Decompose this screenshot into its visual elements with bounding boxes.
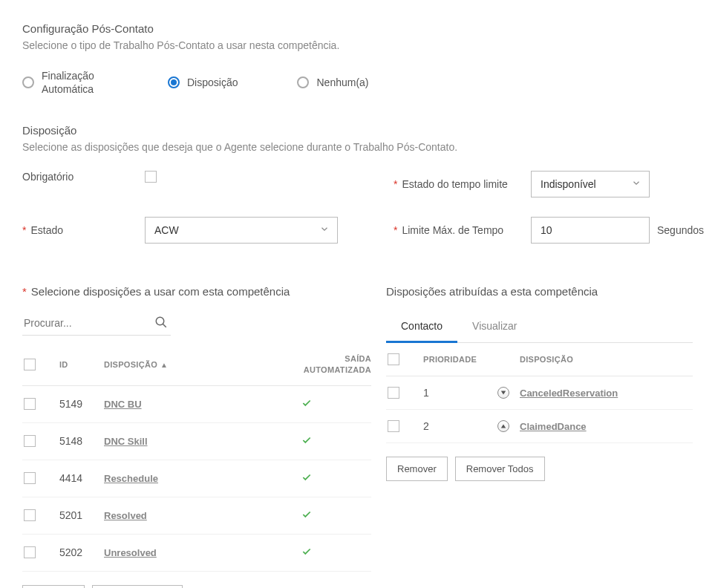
tab-preview[interactable]: Visualizar [457, 311, 532, 342]
radio-auto-label[interactable]: Finalização Automática [42, 69, 108, 96]
add-all-button[interactable]: Adicionar Todos [92, 585, 183, 588]
max-time-label: *Limite Máx. de Tempo [394, 224, 531, 236]
assigned-table-head: PRIORIDADE DISPOSIÇÃO [386, 343, 693, 376]
radio-disposition-label[interactable]: Disposição [187, 76, 238, 89]
radio-none[interactable] [297, 76, 309, 88]
select-all-assigned-checkbox[interactable] [388, 353, 399, 365]
svg-marker-3 [501, 425, 506, 428]
row-disposition-link[interactable]: DNC BU [104, 399, 288, 410]
row-checkbox[interactable] [388, 420, 399, 432]
row-id: 5148 [59, 435, 104, 447]
timeout-state-label: *Estado do tempo limite [394, 178, 531, 190]
post-contact-desc: Selecione o tipo de Trabalho Pós-Contato… [22, 39, 693, 51]
radio-disposition[interactable] [168, 76, 180, 88]
available-row: 5148 DNC Skill [22, 423, 371, 460]
svg-point-0 [156, 318, 164, 326]
select-all-available-checkbox[interactable] [24, 359, 36, 370]
remove-all-button[interactable]: Remover Todos [455, 457, 545, 481]
chevron-down-icon [631, 178, 641, 191]
row-disposition-link[interactable]: ClaimedDance [520, 421, 693, 432]
row-disposition-link[interactable]: Unresolved [104, 547, 288, 558]
search-input[interactable] [22, 311, 171, 336]
move-up-icon[interactable] [497, 420, 509, 432]
add-button[interactable]: Adicionar [22, 585, 85, 588]
th-id[interactable]: ID [59, 360, 104, 369]
sort-indicator-icon: ▲ [160, 361, 168, 369]
row-checkbox[interactable] [24, 509, 36, 521]
assigned-row: 1 CanceledReservation [386, 376, 693, 410]
seconds-suffix: Segundos [657, 224, 704, 236]
th-auto-exit[interactable]: SAÍDA AUTOMATIZADA [288, 353, 371, 375]
available-row: 5201 Resolved [22, 497, 371, 535]
check-icon [301, 473, 312, 485]
row-auto-exit [288, 472, 371, 485]
row-disposition-link[interactable]: Resolved [104, 510, 288, 521]
assigned-tabs: Contacto Visualizar [386, 311, 693, 343]
move-down-icon[interactable] [497, 387, 509, 399]
chevron-down-icon [319, 224, 330, 237]
row-id: 5201 [59, 509, 104, 521]
search-icon[interactable] [154, 316, 168, 331]
post-contact-title: Configuração Pós-Contato [22, 22, 693, 35]
post-contact-radio-row: Finalização Automática Disposição Nenhum… [22, 69, 693, 96]
th-assigned-disposition[interactable]: DISPOSIÇÃO [520, 355, 693, 364]
row-auto-exit [288, 435, 371, 448]
row-checkbox[interactable] [24, 546, 36, 558]
row-disposition-link[interactable]: CanceledReservation [520, 388, 693, 399]
remove-button[interactable]: Remover [386, 457, 448, 481]
row-auto-exit [288, 398, 371, 411]
row-auto-exit [288, 546, 371, 559]
disposition-desc: Selecione as disposições que deseja que … [22, 141, 693, 153]
row-id: 4414 [59, 472, 104, 484]
required-checkbox[interactable] [145, 171, 157, 183]
disposition-title: Disposição [22, 124, 693, 137]
row-checkbox[interactable] [24, 435, 36, 447]
state-label: *Estado [22, 224, 145, 236]
check-icon [301, 436, 312, 448]
row-priority: 1 [423, 387, 497, 399]
check-icon [301, 547, 312, 559]
row-id: 5202 [59, 546, 104, 558]
row-checkbox[interactable] [24, 472, 36, 484]
assigned-panel-title: Disposições atribuídas a esta competênci… [386, 285, 693, 298]
row-id: 5149 [59, 398, 104, 410]
available-panel-title: *Selecione disposições a usar com esta c… [22, 285, 371, 298]
row-auto-exit [288, 509, 371, 522]
available-row: 5202 Unresolved [22, 535, 371, 572]
max-time-input[interactable] [531, 217, 650, 244]
th-disposition[interactable]: DISPOSIÇÃO▲ [104, 360, 288, 369]
row-checkbox[interactable] [24, 398, 36, 410]
row-disposition-link[interactable]: DNC Skill [104, 436, 288, 447]
tab-contact[interactable]: Contacto [386, 311, 457, 343]
state-select[interactable]: ACW [145, 217, 338, 244]
check-icon [301, 399, 312, 411]
available-table-head: ID DISPOSIÇÃO▲ SAÍDA AUTOMATIZADA [22, 343, 371, 386]
assigned-row: 2 ClaimedDance [386, 410, 693, 443]
row-priority: 2 [423, 420, 497, 432]
radio-auto[interactable] [22, 76, 34, 88]
check-icon [301, 510, 312, 522]
timeout-state-select[interactable]: Indisponível [531, 171, 650, 197]
required-label: Obrigatório [22, 171, 145, 183]
svg-marker-2 [501, 391, 506, 395]
row-checkbox[interactable] [388, 387, 399, 399]
row-disposition-link[interactable]: Reschedule [104, 473, 288, 484]
svg-line-1 [163, 324, 166, 328]
radio-none-label[interactable]: Nenhum(a) [316, 76, 368, 89]
th-priority[interactable]: PRIORIDADE [423, 355, 497, 364]
available-row: 5149 DNC BU [22, 386, 371, 423]
available-row: 4414 Reschedule [22, 460, 371, 497]
